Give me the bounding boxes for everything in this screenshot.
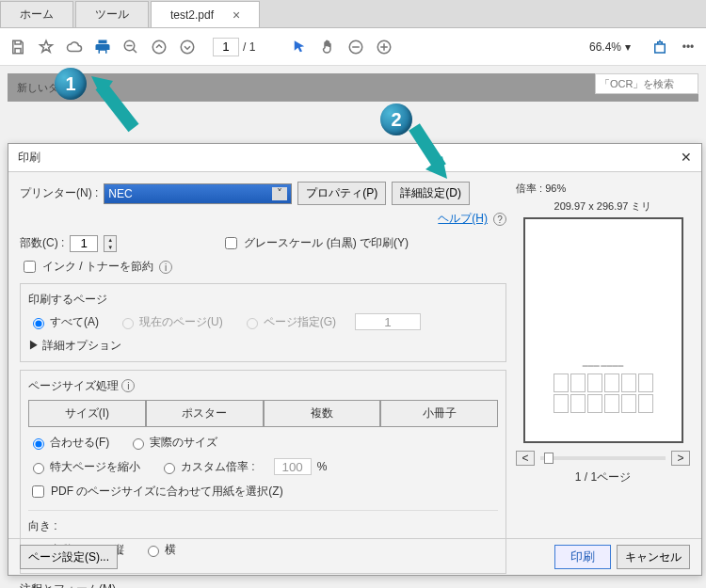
paper-size-checkbox[interactable]: PDF のページサイズに合わせて用紙を選択(Z) [28,483,498,501]
fit-radio[interactable]: 合わせる(F) [28,435,109,451]
chevron-down-icon: ˅ [272,187,287,200]
dialog-footer: ページ設定(S)... 印刷 キャンセル [8,538,701,575]
arrow-2-icon [405,122,457,188]
save-ink-checkbox[interactable]: インク / トナーを節約 [20,258,153,276]
preview-dimensions: 209.97 x 296.97 ミリ [516,199,690,214]
search-panel [595,73,698,94]
star-icon[interactable] [36,37,56,57]
info-icon[interactable]: i [159,261,172,274]
page-number: / 1 [213,38,255,56]
page-input[interactable] [213,38,239,56]
help-link[interactable]: ヘルプ(H) [438,211,488,227]
pages-spec-radio[interactable]: ページ指定(G) [242,314,336,330]
copies-stepper[interactable]: ▲▼ [104,235,117,252]
copies-input[interactable] [70,235,98,252]
callout-2: 2 [380,103,412,135]
pages-group-title: 印刷するページ [28,292,498,308]
zoom-out-icon[interactable] [120,37,141,57]
cancel-button[interactable]: キャンセル [617,545,690,569]
tab-home[interactable]: ホーム [0,1,73,27]
zoom-dropdown[interactable]: 66.4% ▾ [589,40,631,54]
page-slider[interactable] [540,456,666,460]
preview-page: ▬▬▬ ▬▬▬▬ [523,217,683,443]
pages-spec-input[interactable] [355,313,421,330]
cloud-icon[interactable] [64,37,85,57]
svg-point-2 [181,40,194,54]
percent-label: % [317,460,328,473]
search-input[interactable] [595,73,698,94]
tab-multi[interactable]: 複数 [264,400,381,427]
pages-group: 印刷するページ すべて(A) 現在のページ(U) ページ指定(G) ▶ 詳細オプ… [20,283,506,362]
actual-radio[interactable]: 実際のサイズ [128,435,217,451]
printer-select[interactable]: NEC ˅ [104,183,292,204]
print-button[interactable]: 印刷 [554,545,611,569]
tab-size[interactable]: サイズ(I) [28,400,146,427]
printer-value: NEC [108,187,132,200]
annotations-label: 注釈とフォーム(M) [20,581,506,588]
preview-scale: 倍率 : 96% [516,182,690,196]
custom-scale-input[interactable] [274,458,312,475]
save-icon[interactable] [8,37,28,57]
dialog-titlebar: 印刷 ✕ [8,144,701,172]
tab-file[interactable]: test2.pdf × [151,1,260,27]
zoom-value: 66.4% [589,40,621,54]
close-icon[interactable]: ✕ [681,150,692,166]
app-tabs: ホーム ツール test2.pdf × [0,0,706,28]
info-icon[interactable]: i [121,379,135,392]
share-icon[interactable] [650,37,670,57]
preview-page-count: 1 / 1ページ [516,469,690,485]
orientation-label: 向き : [28,518,498,534]
pages-current-radio[interactable]: 現在のページ(U) [118,314,223,330]
copies-label: 部数(C) : [20,235,64,251]
page-total: / 1 [243,40,255,54]
up-icon[interactable] [149,37,169,57]
properties-button[interactable]: プロパティ(P) [297,182,386,205]
dialog-title: 印刷 [18,150,40,166]
size-tabs: サイズ(I) ポスター 複数 小冊子 [28,400,498,427]
printer-label: プリンター(N) : [20,185,98,201]
prev-page-button[interactable]: < [516,451,535,466]
pointer-icon[interactable] [289,37,310,57]
hand-icon[interactable] [317,37,338,57]
minus-icon[interactable] [345,37,366,57]
svg-point-1 [152,40,166,54]
page-setup-button[interactable]: ページ設定(S)... [20,545,118,569]
tab-tools[interactable]: ツール [75,1,149,27]
info-icon[interactable]: ? [493,213,506,226]
plus-icon[interactable] [374,37,394,57]
custom-scale-radio[interactable]: カスタム倍率 : [159,459,255,475]
next-page-button[interactable]: > [671,451,690,466]
print-dialog: 印刷 ✕ プリンター(N) : NEC ˅ プロパティ(P) 詳細設定(D) ヘ… [8,143,702,576]
grayscale-checkbox[interactable]: グレースケール (白黒) で印刷(Y) [221,234,409,252]
size-group-title: ページサイズ処理 i [28,378,498,394]
tab-booklet[interactable]: 小冊子 [380,400,498,427]
print-icon[interactable] [92,37,113,57]
shrink-radio[interactable]: 特大ページを縮小 [28,459,140,475]
toolbar: / 1 66.4% ▾ ••• [0,28,706,66]
pages-all-radio[interactable]: すべて(A) [28,314,99,330]
tab-poster[interactable]: ポスター [146,400,264,427]
tab-file-label: test2.pdf [170,8,214,22]
down-icon[interactable] [177,37,198,57]
newtab-label: 新しいタ [17,81,58,95]
preview-panel: 倍率 : 96% 209.97 x 296.97 ミリ ▬▬▬ ▬▬▬▬ < >… [516,182,690,588]
close-icon[interactable]: × [233,8,240,23]
chevron-down-icon: ▾ [625,40,631,54]
pages-advanced-toggle[interactable]: ▶ 詳細オプション [28,338,498,354]
more-icon[interactable]: ••• [678,37,698,57]
arrow-1-icon [87,72,143,137]
callout-1: 1 [55,68,87,100]
